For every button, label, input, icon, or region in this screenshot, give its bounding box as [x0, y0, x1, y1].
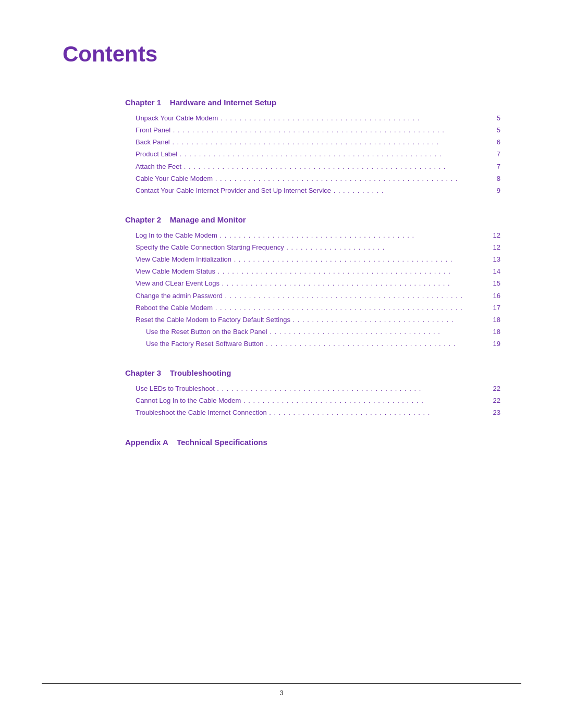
entry-text: Use the Factory Reset Software Button — [146, 338, 263, 350]
toc-entry: Troubleshoot the Cable Internet Connecti… — [125, 406, 500, 418]
entry-page: 18 — [487, 314, 500, 326]
entry-page: 6 — [487, 136, 500, 148]
entry-dots: . . . . . . . . . . . . . . . . . . . . … — [263, 338, 487, 350]
toc-entry: Use the Reset Button on the Back Panel .… — [125, 326, 500, 338]
entry-page: 12 — [487, 229, 500, 241]
entry-dots: . . . . . . . . . . . . . . . . . . . . … — [215, 265, 487, 277]
chapter1-heading: Chapter 1 Hardware and Internet Setup — [125, 98, 500, 107]
entry-page: 7 — [487, 148, 500, 160]
entry-page: 5 — [487, 112, 500, 124]
entry-dots: . . . . . . . . . . . . . . . . . . . . … — [267, 406, 487, 418]
entry-dots: . . . . . . . . . . . . . . . . . . . . … — [290, 314, 487, 326]
toc-container: Chapter 1 Hardware and Internet Setup Un… — [125, 98, 500, 447]
page-title: Contents — [63, 42, 500, 67]
entry-page: 14 — [487, 265, 500, 277]
entry-text: Front Panel — [136, 124, 170, 136]
entry-page: 5 — [487, 124, 500, 136]
entry-dots: . . . . . . . . . . . . . . . . . . . . … — [181, 161, 487, 172]
toc-entry: Front Panel . . . . . . . . . . . . . . … — [125, 124, 500, 136]
entry-dots: . . . . . . . . . . . — [331, 184, 487, 196]
toc-entry: View and CLear Event Logs . . . . . . . … — [125, 277, 500, 289]
entry-dots: . . . . . . . . . . . . . . . . . . . . … — [213, 302, 487, 314]
entry-page: 13 — [487, 253, 500, 265]
toc-entry: Reboot the Cable Modem . . . . . . . . .… — [125, 302, 500, 314]
toc-entry: Product Label . . . . . . . . . . . . . … — [125, 148, 500, 160]
entry-page: 8 — [487, 172, 500, 184]
entry-text: View Cable Modem Initialization — [136, 253, 231, 265]
entry-text: Cannot Log In to the Cable Modem — [136, 394, 241, 406]
entry-dots: . . . . . . . . . . . . . . . . . . . . … — [170, 136, 487, 148]
entry-text: View and CLear Event Logs — [136, 277, 219, 289]
toc-entry: Reset the Cable Modem to Factory Default… — [125, 314, 500, 326]
entry-text: Reset the Cable Modem to Factory Default… — [136, 314, 290, 326]
appendix-label: Appendix A — [125, 438, 168, 447]
entry-text: Attach the Feet — [136, 161, 181, 172]
toc-entry: Back Panel . . . . . . . . . . . . . . .… — [125, 136, 500, 148]
entry-text: Use the Reset Button on the Back Panel — [146, 326, 267, 338]
entry-dots: . . . . . . . . . . . . . . . . . . . . … — [223, 290, 487, 302]
entry-page: 18 — [487, 326, 500, 338]
entry-dots: . . . . . . . . . . . . . . . . . . . . … — [219, 277, 487, 289]
entry-text: Specify the Cable Connection Starting Fr… — [136, 241, 284, 253]
entry-text: Cable Your Cable Modem — [136, 172, 213, 184]
chapter2-title: Manage and Monitor — [170, 215, 246, 224]
entry-text: Back Panel — [136, 136, 170, 148]
entry-page: 9 — [487, 184, 500, 196]
toc-entry: Attach the Feet . . . . . . . . . . . . … — [125, 161, 500, 172]
toc-entry: View Cable Modem Initialization . . . . … — [125, 253, 500, 265]
chapter2-heading: Chapter 2 Manage and Monitor — [125, 215, 500, 224]
entry-dots: . . . . . . . . . . . . . . . . . . . . … — [218, 112, 487, 124]
chapter3-title: Troubleshooting — [170, 368, 231, 377]
entry-text: Product Label — [136, 148, 177, 160]
entry-page: 16 — [487, 290, 500, 302]
page-number: 3 — [279, 689, 283, 697]
entry-text: Contact Your Cable Internet Provider and… — [136, 184, 331, 196]
toc-entry: Change the admin Password . . . . . . . … — [125, 290, 500, 302]
appendix-title: Technical Specifications — [177, 438, 267, 447]
entry-dots: . . . . . . . . . . . . . . . . . . . . … — [177, 148, 487, 160]
entry-text: View Cable Modem Status — [136, 265, 215, 277]
toc-entry: Log In to the Cable Modem . . . . . . . … — [125, 229, 500, 241]
footer: 3 — [42, 683, 521, 697]
entry-dots: . . . . . . . . . . . . . . . . . . . . … — [241, 394, 487, 406]
entry-text: Log In to the Cable Modem — [136, 229, 217, 241]
entry-text: Unpack Your Cable Modem — [136, 112, 218, 124]
entry-dots: . . . . . . . . . . . . . . . . . . . . … — [267, 326, 487, 338]
entry-page: 22 — [487, 382, 500, 394]
entry-dots: . . . . . . . . . . . . . . . . . . . . … — [217, 229, 487, 241]
entry-page: 7 — [487, 161, 500, 172]
toc-entry: Contact Your Cable Internet Provider and… — [125, 184, 500, 196]
toc-entry: Specify the Cable Connection Starting Fr… — [125, 241, 500, 253]
page: Contents Chapter 1 Hardware and Internet… — [0, 0, 563, 728]
toc-entry: Cannot Log In to the Cable Modem . . . .… — [125, 394, 500, 406]
appendix-heading: Appendix A Technical Specifications — [125, 438, 500, 447]
toc-entry: Use LEDs to Troubleshoot . . . . . . . .… — [125, 382, 500, 394]
entry-page: 19 — [487, 338, 500, 350]
chapter1-title: Hardware and Internet Setup — [170, 98, 276, 107]
entry-text: Change the admin Password — [136, 290, 223, 302]
entry-dots: . . . . . . . . . . . . . . . . . . . . … — [284, 241, 487, 253]
entry-page: 15 — [487, 277, 500, 289]
entry-dots: . . . . . . . . . . . . . . . . . . . . … — [170, 124, 487, 136]
toc-entry: View Cable Modem Status . . . . . . . . … — [125, 265, 500, 277]
entry-dots: . . . . . . . . . . . . . . . . . . . . … — [231, 253, 487, 265]
entry-page: 17 — [487, 302, 500, 314]
chapter3-label: Chapter 3 — [125, 368, 161, 377]
toc-entry: Use the Factory Reset Software Button . … — [125, 338, 500, 350]
chapter2-label: Chapter 2 — [125, 215, 161, 224]
entry-page: 12 — [487, 241, 500, 253]
entry-text: Use LEDs to Troubleshoot — [136, 382, 215, 394]
toc-entry: Unpack Your Cable Modem . . . . . . . . … — [125, 112, 500, 124]
entry-page: 22 — [487, 394, 500, 406]
chapter3-heading: Chapter 3 Troubleshooting — [125, 368, 500, 377]
entry-dots: . . . . . . . . . . . . . . . . . . . . … — [215, 382, 487, 394]
chapter1-label: Chapter 1 — [125, 98, 161, 107]
toc-entry: Cable Your Cable Modem . . . . . . . . .… — [125, 172, 500, 184]
entry-page: 23 — [487, 406, 500, 418]
entry-text: Reboot the Cable Modem — [136, 302, 213, 314]
entry-text: Troubleshoot the Cable Internet Connecti… — [136, 406, 267, 418]
entry-dots: . . . . . . . . . . . . . . . . . . . . … — [213, 172, 487, 184]
